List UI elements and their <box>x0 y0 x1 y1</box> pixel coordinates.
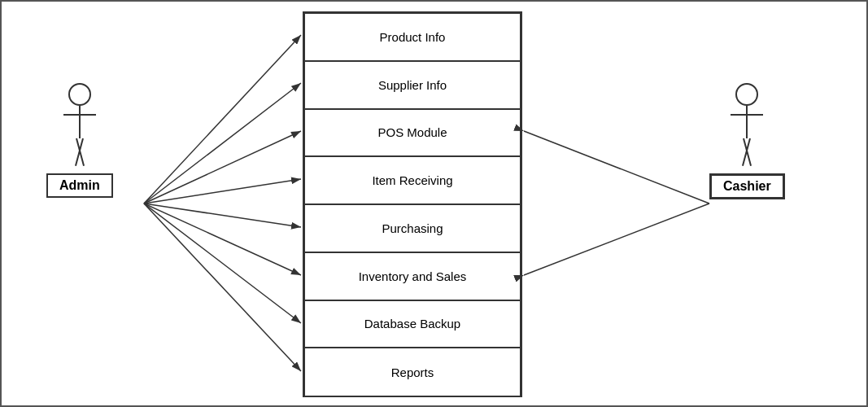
cashier-figure <box>735 83 758 167</box>
cashier-torso <box>746 106 748 138</box>
admin-label: Admin <box>46 173 113 198</box>
module-purchasing: Purchasing <box>304 204 521 252</box>
module-inventory-sales: Inventory and Sales <box>304 252 521 300</box>
module-pos-module: POS Module <box>304 109 521 157</box>
svg-line-4 <box>144 131 301 204</box>
actor-admin: Admin <box>46 83 113 198</box>
diagram-container: Admin Cashier Product Info Supplier Info <box>0 0 868 407</box>
svg-line-2 <box>144 35 301 204</box>
module-database-backup: Database Backup <box>304 300 521 348</box>
svg-line-9 <box>144 204 301 371</box>
actor-cashier: Cashier <box>709 83 785 199</box>
svg-line-7 <box>144 204 301 275</box>
admin-torso <box>79 106 81 138</box>
admin-legs <box>76 138 84 167</box>
module-reports: Reports <box>304 348 521 396</box>
cashier-body <box>743 106 751 167</box>
admin-head <box>68 83 91 106</box>
svg-line-6 <box>144 204 301 227</box>
cashier-arms <box>731 114 763 116</box>
admin-body <box>76 106 84 167</box>
svg-line-5 <box>144 179 301 204</box>
admin-arms <box>63 114 96 116</box>
cashier-head <box>735 83 758 106</box>
module-product-info: Product Info <box>304 13 521 61</box>
svg-line-3 <box>144 83 301 204</box>
svg-line-11 <box>524 204 709 275</box>
module-item-receiving: Item Receiving <box>304 156 521 204</box>
cashier-legs <box>743 138 751 167</box>
module-supplier-info: Supplier Info <box>304 61 521 109</box>
cashier-label: Cashier <box>709 173 785 199</box>
admin-figure <box>68 83 91 167</box>
svg-line-10 <box>524 131 709 204</box>
module-container: Product Info Supplier Info POS Module It… <box>303 11 522 397</box>
svg-line-8 <box>144 204 301 323</box>
